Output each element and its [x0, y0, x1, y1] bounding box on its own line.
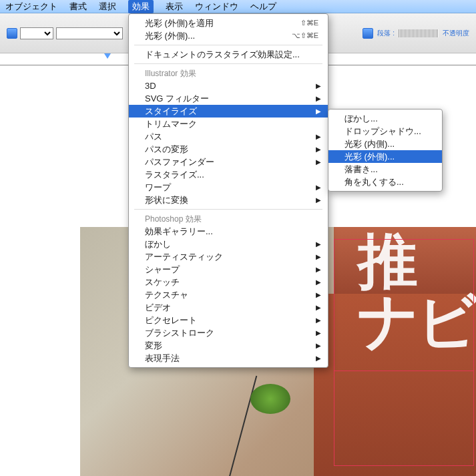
- label: スタイライズ: [145, 105, 197, 117]
- label: 光彩 (内側)...: [344, 138, 395, 150]
- submenu-arrow-icon: ▶: [316, 329, 321, 336]
- label: 光彩 (外側)...: [344, 151, 395, 163]
- menu-distort-transform[interactable]: パスの変形▶: [129, 143, 328, 156]
- label: パスの変形: [145, 144, 188, 156]
- submenu-outer-glow[interactable]: 光彩 (外側)...: [328, 150, 442, 163]
- stylize-submenu: ぼかし... ドロップシャドウ... 光彩 (内側)... 光彩 (外側)...…: [328, 109, 443, 192]
- style-select[interactable]: [56, 27, 123, 39]
- menu-3d[interactable]: 3D▶: [129, 79, 328, 92]
- submenu-arrow-icon: ▶: [316, 107, 321, 115]
- menu-effect[interactable]: 効果: [128, 0, 154, 13]
- menu-pixelate[interactable]: ピクセレート▶: [129, 314, 328, 326]
- menu-texture[interactable]: テクスチャ▶: [129, 288, 328, 301]
- label: アーティスティック: [145, 251, 223, 263]
- submenu-arrow-icon: ▶: [316, 304, 321, 311]
- submenu-scribble[interactable]: 落書き...: [328, 163, 442, 176]
- label: ドキュメントのラスタライズ効果設定...: [145, 49, 300, 61]
- effects-dropdown: 光彩 (外側)を適用 ⇧⌘E 光彩 (外側)... ⌥⇧⌘E ドキュメントのラス…: [128, 13, 328, 368]
- label: SVG フィルター: [145, 93, 209, 105]
- menu-brush-strokes[interactable]: ブラシストローク▶: [129, 326, 328, 339]
- menu-last-effect-options[interactable]: 光彩 (外側)... ⌥⇧⌘E: [129, 29, 328, 42]
- menu-sharpen[interactable]: シャープ▶: [129, 263, 328, 276]
- submenu-arrow-icon: ▶: [316, 158, 321, 166]
- menu-format[interactable]: 書式: [69, 1, 87, 13]
- menu-effect-gallery[interactable]: 効果ギャラリー...: [129, 225, 328, 238]
- paragraph-label: 段落 :: [377, 29, 395, 38]
- label: ラスタライズ...: [145, 169, 204, 181]
- opacity-label: 不透明度: [443, 29, 469, 38]
- menu-document-raster-settings[interactable]: ドキュメントのラスタライズ効果設定...: [129, 48, 328, 61]
- separator: [134, 63, 322, 64]
- submenu-arrow-icon: ▶: [316, 146, 321, 153]
- label: 光彩 (外側)...: [145, 30, 195, 42]
- ruler-marker[interactable]: [104, 53, 111, 59]
- menu-video[interactable]: ビデオ▶: [129, 301, 328, 314]
- photoshop-effects-header: Photoshop 効果: [129, 212, 328, 225]
- submenu-arrow-icon: ▶: [316, 266, 321, 273]
- menu-path[interactable]: パス▶: [129, 130, 328, 143]
- menu-stylize-ps[interactable]: 表現手法▶: [129, 352, 328, 365]
- submenu-arrow-icon: ▶: [316, 133, 321, 140]
- menu-help[interactable]: ヘルプ: [250, 1, 276, 13]
- submenu-arrow-icon: ▶: [316, 316, 321, 324]
- label: 落書き...: [344, 164, 378, 176]
- label: ぼかし...: [344, 113, 378, 125]
- label: 形状に変換: [145, 194, 188, 206]
- label: 変形: [145, 340, 162, 352]
- submenu-round-corners[interactable]: 角を丸くする...: [328, 176, 442, 188]
- color-swatch[interactable]: [7, 28, 17, 39]
- submenu-arrow-icon: ▶: [316, 95, 321, 102]
- submenu-feather[interactable]: ぼかし...: [328, 112, 442, 125]
- label: ぼかし: [145, 238, 171, 250]
- menu-rasterize[interactable]: ラスタライズ...: [129, 168, 328, 181]
- separator: [134, 45, 322, 45]
- label: パス: [145, 131, 162, 143]
- label: スケッチ: [145, 276, 180, 288]
- menu-distort[interactable]: 変形▶: [129, 339, 328, 352]
- shortcut: ⌥⇧⌘E: [292, 31, 318, 40]
- label: 3D: [145, 81, 156, 91]
- label: ピクセレート: [145, 314, 197, 326]
- label: ブラシストローク: [145, 327, 214, 339]
- stroke-select[interactable]: [20, 27, 53, 39]
- label: ビデオ: [145, 302, 171, 314]
- menu-trim-marks[interactable]: トリムマーク: [129, 117, 328, 130]
- menu-pathfinder[interactable]: パスファインダー▶: [129, 156, 328, 168]
- submenu-drop-shadow[interactable]: ドロップシャドウ...: [328, 125, 442, 138]
- label: テクスチャ: [145, 289, 188, 301]
- submenu-arrow-icon: ▶: [316, 278, 321, 286]
- submenu-arrow-icon: ▶: [316, 354, 321, 362]
- submenu-inner-glow[interactable]: 光彩 (内側)...: [328, 138, 442, 150]
- selection-guide[interactable]: [334, 239, 474, 466]
- menu-window[interactable]: ウィンドウ: [195, 1, 238, 13]
- submenu-arrow-icon: ▶: [316, 291, 321, 298]
- submenu-arrow-icon: ▶: [316, 82, 321, 89]
- menu-sketch[interactable]: スケッチ▶: [129, 276, 328, 288]
- illustrator-effects-header: Illustrator 効果: [129, 67, 328, 79]
- shortcut: ⇧⌘E: [300, 19, 318, 27]
- submenu-arrow-icon: ▶: [316, 240, 321, 248]
- submenu-arrow-icon: ▶: [316, 253, 321, 260]
- menu-svg-filter[interactable]: SVG フィルター▶: [129, 92, 328, 105]
- menu-apply-last-effect[interactable]: 光彩 (外側)を適用 ⇧⌘E: [129, 17, 328, 29]
- artwork-plant: [250, 384, 290, 414]
- menu-view[interactable]: 表示: [166, 1, 183, 13]
- menu-convert-to-shape[interactable]: 形状に変換▶: [129, 194, 328, 206]
- align-button[interactable]: [363, 28, 373, 39]
- menu-stylize[interactable]: スタイライズ▶: [129, 105, 328, 117]
- submenu-arrow-icon: ▶: [316, 342, 321, 349]
- label: ワープ: [145, 182, 171, 194]
- menu-select[interactable]: 選択: [99, 1, 116, 13]
- menu-object[interactable]: オブジェクト: [5, 1, 57, 13]
- menu-warp[interactable]: ワープ▶: [129, 181, 328, 194]
- label: ドロップシャドウ...: [344, 126, 421, 138]
- separator: [134, 209, 322, 210]
- menu-artistic[interactable]: アーティスティック▶: [129, 250, 328, 263]
- label: 表現手法: [145, 352, 180, 365]
- submenu-arrow-icon: ▶: [316, 196, 321, 204]
- label: 角を丸くする...: [344, 176, 404, 188]
- menu-blur[interactable]: ぼかし▶: [129, 238, 328, 250]
- paragraph-align-icons[interactable]: [399, 29, 439, 37]
- label: シャープ: [145, 264, 180, 276]
- label: 効果ギャラリー...: [145, 226, 213, 238]
